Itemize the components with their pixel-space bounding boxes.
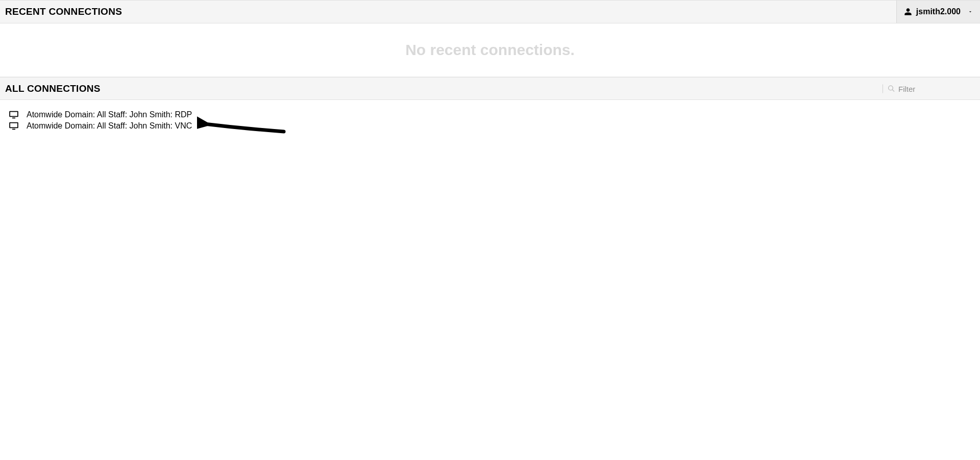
svg-line-1 (892, 90, 894, 92)
all-connections-header: ALL CONNECTIONS (0, 77, 980, 100)
no-recent-connections-text: No recent connections. (405, 41, 575, 59)
user-icon (904, 8, 912, 16)
user-menu[interactable]: jsmith2.000 (896, 1, 980, 23)
svg-rect-2 (10, 112, 18, 117)
connection-label: Atomwide Domain: All Staff: John Smith: … (27, 110, 192, 119)
connection-item[interactable]: Atomwide Domain: All Staff: John Smith: … (9, 120, 192, 132)
all-connections-title: ALL CONNECTIONS (0, 83, 101, 94)
svg-rect-4 (10, 123, 18, 128)
connection-item[interactable]: Atomwide Domain: All Staff: John Smith: … (9, 109, 192, 120)
filter-wrap (883, 84, 975, 93)
monitor-icon (9, 111, 18, 119)
user-menu-username: jsmith2.000 (916, 7, 961, 16)
all-connections-list: Atomwide Domain: All Staff: John Smith: … (0, 100, 980, 132)
recent-connections-body: No recent connections. (0, 23, 980, 77)
svg-point-0 (889, 86, 893, 90)
chevron-down-icon (968, 9, 973, 14)
search-icon (887, 85, 895, 93)
filter-input[interactable] (898, 84, 975, 93)
connection-label: Atomwide Domain: All Staff: John Smith: … (27, 121, 192, 131)
monitor-icon (9, 122, 18, 130)
recent-connections-header: RECENT CONNECTIONS jsmith2.000 (0, 0, 980, 23)
recent-connections-title: RECENT CONNECTIONS (0, 6, 122, 17)
